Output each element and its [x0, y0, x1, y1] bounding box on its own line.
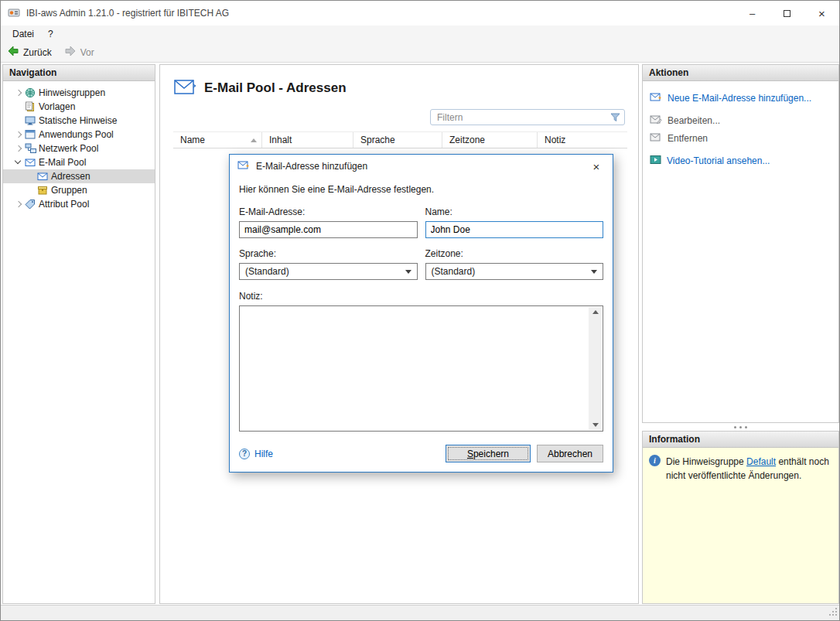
filter-input[interactable]: [431, 112, 610, 123]
forward-arrow-icon: [64, 45, 77, 60]
title-bar: IBI-aws Admin 1.21.0 - registriert für I…: [1, 1, 839, 26]
actions-panel: Aktionen Neue E-Mail-Adresse hinzufügen.…: [642, 64, 839, 423]
navigation-header: Navigation: [3, 65, 155, 81]
video-tutorial-icon: [650, 155, 661, 167]
column-header-sprache[interactable]: Sprache: [353, 132, 442, 148]
chevron-down-icon[interactable]: [12, 156, 25, 169]
cancel-button[interactable]: Abbrechen: [537, 445, 603, 462]
nav-item-label: Gruppen: [51, 185, 87, 196]
action-video-tutorial[interactable]: Video-Tutorial ansehen...: [650, 153, 832, 169]
nav-item-email-pool[interactable]: E-Mail Pool: [3, 155, 155, 169]
note-label: Notiz:: [239, 291, 603, 302]
nav-item-label: Statische Hinweise: [39, 115, 117, 126]
monitor-icon: [25, 115, 39, 126]
action-label: Bearbeiten...: [668, 115, 720, 126]
nav-item-netzwerk-pool[interactable]: Netzwerk Pool: [3, 142, 155, 155]
panel-splitter[interactable]: [642, 423, 839, 431]
chevron-right-icon[interactable]: [12, 87, 25, 99]
chevron-right-icon[interactable]: [12, 198, 25, 210]
action-label: Entfernen: [668, 133, 708, 144]
action-edit[interactable]: Bearbeiten...: [650, 113, 832, 128]
save-button[interactable]: Speichern: [446, 445, 531, 462]
minimize-button[interactable]: –: [735, 1, 770, 26]
note-scrollbar[interactable]: [589, 307, 602, 430]
default-group-link[interactable]: Default: [746, 456, 776, 467]
language-label: Sprache:: [239, 248, 418, 259]
minimize-icon: –: [750, 8, 755, 19]
app-window: IBI-aws Admin 1.21.0 - registriert für I…: [0, 0, 840, 621]
new-email-icon: [650, 92, 662, 104]
forward-label: Vor: [80, 47, 94, 58]
help-label: Hilfe: [254, 449, 273, 459]
filter-box: [430, 109, 625, 125]
nav-item-vorlagen[interactable]: Vorlagen: [3, 100, 155, 114]
help-link[interactable]: ? Hilfe: [239, 449, 273, 459]
network-icon: [25, 143, 39, 154]
right-column: Aktionen Neue E-Mail-Adresse hinzufügen.…: [642, 64, 839, 604]
nav-item-attribut-pool[interactable]: Attribut Pool: [3, 197, 155, 211]
email-input[interactable]: [239, 221, 418, 238]
sort-ascending-icon: [251, 138, 257, 142]
edit-icon: [650, 114, 662, 127]
nav-item-label: Hinweisgruppen: [39, 87, 105, 98]
scroll-up-icon[interactable]: [592, 310, 599, 314]
delete-icon: [650, 132, 662, 145]
information-message: Die Hinweisgruppe Default enthält noch n…: [666, 455, 832, 483]
navigation-tree: Hinweisgruppen Vorlagen Statische Hinwei…: [3, 81, 155, 211]
chevron-spacer: [25, 184, 37, 196]
info-text-before: Die Hinweisgruppe: [666, 456, 744, 467]
close-button[interactable]: ×: [804, 1, 839, 26]
action-label: Video-Tutorial ansehen...: [667, 155, 770, 166]
nav-item-hinweisgruppen[interactable]: Hinweisgruppen: [3, 86, 155, 100]
tag-icon: [25, 199, 39, 210]
nav-item-anwendungs-pool[interactable]: Anwendungs Pool: [3, 128, 155, 142]
action-new-email[interactable]: Neue E-Mail-Adresse hinzufügen...: [650, 90, 832, 106]
timezone-select[interactable]: (Standard): [425, 263, 604, 280]
scroll-down-icon[interactable]: [592, 423, 599, 427]
window-title: IBI-aws Admin 1.21.0 - registriert für I…: [26, 8, 229, 19]
back-button[interactable]: Zurück: [7, 45, 52, 60]
app-window-icon: [25, 129, 39, 140]
note-textarea[interactable]: [239, 305, 603, 432]
menu-bar: Datei ?: [1, 26, 839, 43]
menu-help[interactable]: ?: [41, 26, 60, 42]
information-panel: Information i Die Hinweisgruppe Default …: [642, 431, 839, 604]
nav-item-gruppen[interactable]: Gruppen: [3, 183, 155, 197]
action-remove[interactable]: Entfernen: [650, 131, 832, 146]
maximize-icon: [784, 10, 790, 17]
language-select[interactable]: (Standard): [239, 263, 418, 280]
column-label: Zeitzone: [449, 135, 485, 145]
maximize-button[interactable]: [770, 1, 804, 26]
forward-button[interactable]: Vor: [64, 45, 94, 60]
dialog-close-button[interactable]: ×: [580, 155, 613, 178]
email-page-icon: [173, 77, 196, 98]
app-icon: [8, 7, 20, 19]
column-header-name[interactable]: Name: [173, 132, 262, 148]
info-icon: i: [649, 455, 661, 466]
dialog-envelope-icon: [237, 160, 250, 172]
chevron-right-icon[interactable]: [12, 128, 25, 141]
resize-grip-icon[interactable]: [828, 607, 838, 619]
column-header-notiz[interactable]: Notiz: [538, 132, 627, 148]
chevron-right-icon[interactable]: [12, 142, 25, 155]
information-header: Information: [643, 432, 838, 448]
table-header: Name Inhalt Sprache Zeitzone Notiz: [173, 131, 627, 148]
close-icon: ×: [818, 7, 825, 20]
column-header-inhalt[interactable]: Inhalt: [262, 132, 353, 148]
dialog-title-bar: E-Mail-Adresse hinzufügen ×: [230, 155, 613, 178]
filter-funnel-icon[interactable]: [610, 113, 620, 122]
column-header-zeitzone[interactable]: Zeitzone: [442, 132, 538, 148]
envelope-icon: [37, 171, 51, 182]
save-label: peichern: [473, 449, 509, 459]
menu-datei[interactable]: Datei: [5, 26, 41, 42]
help-icon: ?: [239, 449, 250, 459]
name-input[interactable]: [425, 221, 604, 238]
globe-icon: [25, 87, 39, 98]
nav-item-statische-hinweise[interactable]: Statische Hinweise: [3, 114, 155, 128]
action-label: Neue E-Mail-Adresse hinzufügen...: [668, 93, 811, 104]
column-label: Inhalt: [269, 135, 292, 145]
nav-item-adressen[interactable]: Adressen: [3, 169, 155, 183]
package-icon: [37, 185, 51, 196]
nav-item-label: Vorlagen: [39, 101, 75, 112]
timezone-select-value: (Standard): [432, 266, 476, 277]
